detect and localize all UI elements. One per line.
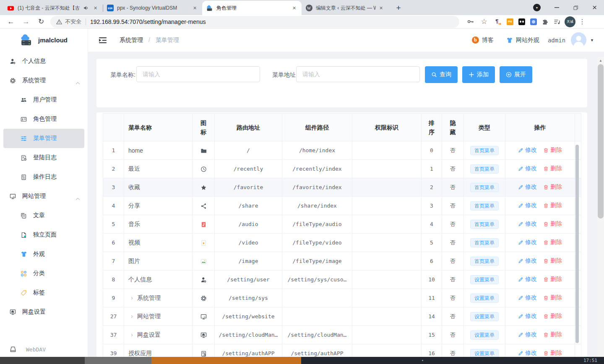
sidebar-item-operation-log[interactable]: 操作日志 <box>0 167 88 187</box>
delete-menu-button[interactable]: 删除 <box>543 202 562 209</box>
cell-type: 首页菜单 <box>464 160 505 178</box>
sidebar-item-tags[interactable]: 标签 <box>0 283 88 302</box>
sidebar-item-cloud-settings[interactable]: 网盘设置 <box>0 302 88 322</box>
tab-close-icon[interactable]: × <box>191 5 198 12</box>
delete-menu-button[interactable]: 删除 <box>543 294 562 302</box>
edit-menu-button[interactable]: 修改 <box>518 239 537 246</box>
pilcrow-ext-icon[interactable]: ¶ <box>495 18 502 25</box>
edit-menu-button[interactable]: 修改 <box>518 312 537 320</box>
menu-name-input[interactable] <box>136 66 260 82</box>
edit-menu-button[interactable]: 修改 <box>518 202 537 209</box>
key-icon[interactable] <box>465 17 475 27</box>
sidebar-item-login-log[interactable]: 登陆日志 <box>0 148 88 167</box>
browser-tab[interactable]: 角色管理× <box>202 1 302 15</box>
forward-icon[interactable]: → <box>21 16 31 27</box>
delete-menu-button[interactable]: 删除 <box>543 257 562 265</box>
site-appearance-link[interactable]: 网站外观 <box>506 36 539 44</box>
user-avatar[interactable] <box>571 32 586 48</box>
ph-ext-icon[interactable]: PH <box>506 18 513 25</box>
menu-url-input[interactable] <box>296 66 420 82</box>
query-button[interactable]: 查询 <box>425 66 458 83</box>
sidebar-item-articles[interactable]: 文章 <box>0 206 88 225</box>
sidebar-item-system-management[interactable]: 系统管理 <box>0 71 88 90</box>
id-card-icon <box>20 116 27 122</box>
column-header: 组件路径 <box>282 114 352 141</box>
add-button[interactable]: 添加 <box>462 66 495 83</box>
puzzle-icon[interactable] <box>542 18 549 25</box>
edit-menu-button[interactable]: 修改 <box>518 349 537 357</box>
sidebar-item-role-management[interactable]: 角色管理 <box>0 109 88 129</box>
tab-close-icon[interactable]: × <box>378 5 385 12</box>
filter-buttons: 查询 添加 展开 <box>425 66 532 83</box>
tab-close-icon[interactable]: × <box>291 5 298 12</box>
expand-row-icon[interactable]: › <box>131 331 133 338</box>
cell-type: 设置菜单 <box>464 289 505 307</box>
expand-row-icon[interactable]: › <box>131 294 133 301</box>
cell-component: /setting/cloudMan… <box>282 326 352 344</box>
restore-button[interactable] <box>566 0 585 15</box>
sidebar-collapse-icon[interactable] <box>99 36 107 44</box>
security-label[interactable]: 不安全 <box>65 18 81 26</box>
delete-menu-button[interactable]: 删除 <box>543 276 562 283</box>
page-scrollbar[interactable]: ▲ ▼ <box>597 57 604 364</box>
new-tab-button[interactable]: + <box>393 2 404 14</box>
delete-menu-button[interactable]: 删除 <box>543 220 562 228</box>
address-bar[interactable]: 不安全 192.168.99.54:7070/setting/manager-m… <box>50 16 459 28</box>
edit-menu-button[interactable]: 修改 <box>518 146 537 154</box>
cell-component: /setting/sys/cuso… <box>282 270 352 289</box>
page-scrollbar-thumb[interactable] <box>598 64 604 218</box>
browser-profile-avatar[interactable]: 天诚 <box>565 16 575 27</box>
delete-menu-button[interactable]: 删除 <box>543 239 562 246</box>
close-window-button[interactable]: × <box>585 0 604 15</box>
sidebar-item-user-management[interactable]: 用户管理 <box>0 90 88 109</box>
media-control-icon[interactable]: ▼ <box>533 4 541 11</box>
delete-menu-button[interactable]: 删除 <box>543 331 562 338</box>
delete-menu-button[interactable]: 删除 <box>543 312 562 320</box>
edit-menu-button[interactable]: 修改 <box>518 220 537 228</box>
onetab-ext-icon[interactable] <box>518 18 525 25</box>
sidebar-item-standalone-pages[interactable]: 独立页面 <box>0 225 88 244</box>
edit-menu-button[interactable]: 修改 <box>518 183 537 191</box>
scroll-up-icon[interactable]: ▲ <box>597 57 604 64</box>
tab-close-icon[interactable]: × <box>92 5 99 12</box>
sidebar-item-personal-info[interactable]: 个人信息 <box>0 52 88 71</box>
immersive-ext-icon[interactable] <box>530 18 537 25</box>
tab-audio-icon[interactable] <box>83 5 89 11</box>
browser-tab[interactable]: W编辑文章 ‹ 云深不知处 — Word× <box>302 1 388 15</box>
expand-row-icon[interactable]: › <box>131 312 133 320</box>
delete-menu-button[interactable]: 删除 <box>543 349 562 357</box>
minimize-button[interactable] <box>547 0 566 15</box>
delete-menu-button[interactable]: 删除 <box>543 165 562 172</box>
breadcrumb-parent[interactable]: 系统管理 <box>120 36 143 43</box>
cell-route: /setting/user <box>215 270 282 289</box>
tab-manager-ext-icon[interactable] <box>553 18 560 25</box>
edit-menu-button[interactable]: 修改 <box>518 257 537 265</box>
table-row: 37›网盘设置/setting/cloudMan…/setting/cloudM… <box>103 326 581 344</box>
sidebar-item-categories[interactable]: 分类 <box>0 264 88 283</box>
chevron-down-icon[interactable]: ▼ <box>590 38 594 42</box>
url-text[interactable]: 192.168.99.54:7070/setting/manager-menus <box>90 18 206 25</box>
browser-menu-icon[interactable]: ⋮ <box>579 18 586 26</box>
bookmark-star-icon[interactable]: ☆ <box>479 17 489 27</box>
edit-menu-button[interactable]: 修改 <box>518 276 537 283</box>
delete-menu-button[interactable]: 删除 <box>543 183 562 191</box>
sidebar-item-webdav[interactable]: WebDAV <box>0 343 88 356</box>
table-row: 1home//home/index0否首页菜单修改删除 <box>103 141 581 160</box>
delete-menu-button[interactable]: 删除 <box>543 146 562 154</box>
reload-icon[interactable]: ↻ <box>36 16 47 27</box>
expand-button[interactable]: 展开 <box>500 66 532 83</box>
sidebar-item-menu-management[interactable]: 菜单管理 <box>3 129 84 148</box>
edit-menu-button[interactable]: 修改 <box>518 165 537 172</box>
menu-name-label: 菜单名称: <box>110 67 136 82</box>
os-taskbar[interactable]: 17:51 <box>0 357 604 364</box>
app-logo[interactable]: jmalcloud <box>0 29 88 52</box>
sidebar-item-website-management[interactable]: 网站管理 <box>0 187 88 206</box>
blog-link[interactable]: b 博客 <box>472 36 494 44</box>
table-scrollbar-thumb[interactable] <box>575 145 579 343</box>
sidebar-item-appearance[interactable]: 外观 <box>0 244 88 264</box>
back-icon[interactable]: ← <box>5 16 16 27</box>
edit-menu-button[interactable]: 修改 <box>518 331 537 338</box>
edit-menu-button[interactable]: 修改 <box>518 294 537 302</box>
browser-tab[interactable]: (1) 七音盒 - 云深不知处【古× <box>3 1 103 15</box>
browser-tab[interactable]: DSMppx - Synology VirtualDSM× <box>103 1 202 15</box>
